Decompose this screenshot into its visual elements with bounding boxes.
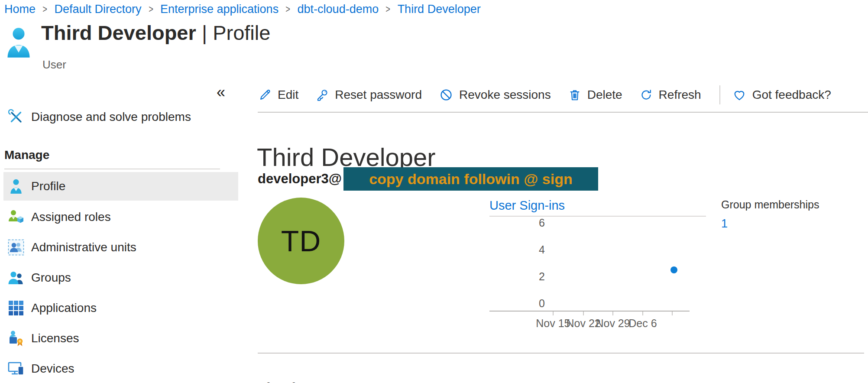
sidebar-item-label: Diagnose and solve problems [31,110,191,124]
sidebar-item-label: Applications [31,301,97,315]
user-principal-name: developer3@ copy domain followin @ sign [258,167,598,191]
x-axis-tick [583,312,584,315]
revoke-sessions-label: Revoke sessions [459,88,551,102]
chart-data-point [670,266,677,273]
got-feedback-label: Got feedback? [752,88,831,102]
avatar: TD [258,198,344,284]
edit-button[interactable]: Edit [259,88,298,102]
license-icon [7,330,25,347]
person-role-icon [7,209,25,225]
sidebar-section-manage: Manage [4,148,49,162]
page-title-suffix: | Profile [202,21,271,44]
email-prefix: developer3@ [258,171,342,187]
y-axis-tick-label: 2 [528,270,545,283]
x-axis-tick [642,312,643,315]
y-axis-tick-label: 6 [528,216,545,229]
people-icon [7,269,25,286]
content-divider [258,353,864,354]
sidebar-item-label: Licenses [31,331,79,345]
avatar-initials: TD [281,224,321,258]
group-memberships-count-link[interactable]: 1 [721,217,728,230]
pencil-icon [259,88,272,101]
command-bar: Edit Reset password Revoke sessions [259,82,849,107]
refresh-label: Refresh [659,88,701,102]
revoke-sessions-button[interactable]: Revoke sessions [439,88,551,102]
edit-label: Edit [278,88,298,102]
sidebar-item-groups[interactable]: Groups [3,263,238,292]
sidebar-item-label: Groups [31,271,71,285]
x-axis-tick [612,312,613,315]
breadcrumb: Home > Default Directory > Enterprise ap… [4,3,481,16]
group-memberships-label: Group memberships [721,198,819,211]
x-axis-tick [672,312,673,315]
sidebar-item-licenses[interactable]: Licenses [3,324,238,353]
page-subtitle: User [42,58,66,71]
email-redaction-overlay: copy domain followin @ sign [343,167,598,191]
y-axis-tick-label: 4 [528,243,545,256]
sidebar-item-administrative-units[interactable]: Administrative units [3,233,238,262]
breadcrumb-separator: > [42,3,47,15]
user-badge-icon [6,26,31,59]
sidebar-item-profile[interactable]: Profile [3,172,238,201]
trash-icon [568,88,581,101]
sidebar-item-devices[interactable]: Devices [3,354,238,383]
delete-button[interactable]: Delete [568,88,622,102]
heart-icon [732,88,746,102]
breadcrumb-separator: > [386,3,391,15]
user-signins-chart: User Sign-ins 0246Nov 15Nov 22Nov 29Dec … [489,198,706,341]
sidebar-item-label: Devices [31,362,74,376]
chart-title-underline [489,216,706,217]
x-axis-tick-label: Dec 6 [621,317,664,330]
person-icon [7,178,25,195]
grid-icon [7,300,25,316]
page-title: Third Developer | Profile [41,21,270,45]
key-icon [316,88,329,101]
sidebar-collapse-button[interactable]: « [217,83,225,101]
toolbar-divider [719,85,720,104]
breadcrumb-home[interactable]: Home [4,3,36,16]
toolbar-bottom-border [258,112,868,113]
user-signins-link[interactable]: User Sign-ins [489,198,565,213]
sidebar-divider [4,169,220,169]
reset-password-button[interactable]: Reset password [316,88,422,102]
refresh-icon [640,88,653,101]
group-memberships: Group memberships 1 [721,198,819,230]
sidebar-item-label: Administrative units [31,240,136,254]
refresh-button[interactable]: Refresh [640,88,701,102]
sidebar-item-applications[interactable]: Applications [3,294,238,322]
y-axis-tick-label: 0 [528,297,545,310]
x-axis-line [489,311,690,312]
identity-section-heading: Identity [258,380,308,383]
sidebar-item-diagnose[interactable]: Diagnose and solve problems [3,103,238,131]
breadcrumb-third-developer[interactable]: Third Developer [398,3,481,16]
page-title-name: Third Developer [41,21,196,44]
sidebar-item-label: Profile [31,179,65,193]
reset-password-label: Reset password [335,88,422,102]
sidebar-item-assigned-roles[interactable]: Assigned roles [3,203,238,231]
breadcrumb-enterprise-applications[interactable]: Enterprise applications [160,3,279,16]
breadcrumb-separator: > [285,3,290,15]
breadcrumb-dbt-cloud-demo[interactable]: dbt-cloud-demo [298,3,379,16]
tools-icon [7,109,25,125]
breadcrumb-separator: > [149,3,153,15]
breadcrumb-default-directory[interactable]: Default Directory [54,3,141,16]
sidebar-item-label: Assigned roles [31,210,111,224]
devices-icon [7,360,25,377]
x-axis-tick [553,312,554,315]
admin-units-icon [7,239,25,256]
block-icon [439,88,453,102]
azure-user-profile-page: Home > Default Directory > Enterprise ap… [0,0,868,383]
got-feedback-button[interactable]: Got feedback? [732,88,831,102]
delete-label: Delete [587,88,622,102]
